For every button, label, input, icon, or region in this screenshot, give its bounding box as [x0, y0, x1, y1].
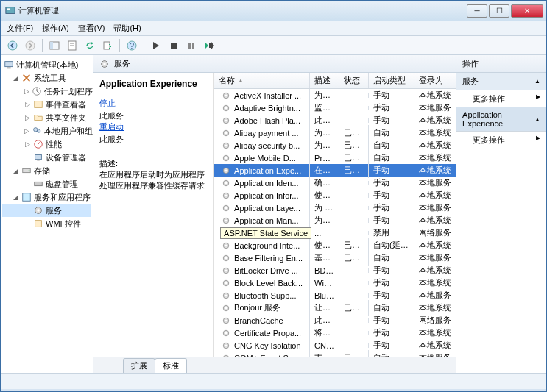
- start-service-button[interactable]: [149, 38, 163, 53]
- restart-service-link-row: 重启动此服务: [99, 121, 208, 145]
- cell-name: Base Filtering En...: [214, 252, 310, 265]
- actions-section-selected[interactable]: Application Experience▲: [456, 107, 546, 132]
- svg-point-69: [225, 307, 227, 309]
- gear-icon: [222, 154, 230, 163]
- help-button[interactable]: ?: [124, 38, 139, 53]
- gear-icon: [222, 179, 230, 188]
- tree-local-users[interactable]: ▷本地用户和组: [2, 124, 91, 138]
- expand-icon[interactable]: ▷: [24, 115, 31, 121]
- cell-name: Application Infor...: [214, 189, 310, 202]
- svg-point-51: [225, 194, 227, 196]
- tree-shared-folders[interactable]: ▷共享文件夹: [2, 111, 91, 124]
- show-hide-button[interactable]: [47, 38, 62, 53]
- cell-status: [339, 231, 369, 235]
- wmi-icon: [33, 218, 43, 229]
- actions-more-2[interactable]: 更多操作▶: [456, 132, 546, 149]
- tree-disk-management[interactable]: 磁盘管理: [2, 177, 91, 190]
- tab-extended[interactable]: 扩展: [123, 358, 155, 373]
- menu-file[interactable]: 文件(F): [7, 23, 33, 34]
- tree-task-scheduler[interactable]: ▷任务计划程序: [2, 85, 91, 98]
- svg-rect-14: [192, 43, 194, 49]
- svg-point-47: [225, 169, 227, 171]
- pause-service-button[interactable]: [184, 38, 199, 53]
- tab-standard[interactable]: 标准: [155, 358, 187, 373]
- cell-status: 已启动: [339, 300, 369, 316]
- center-pane: 服务 Application Experience 停止此服务 重启动此服务 描…: [93, 55, 456, 373]
- stop-service-button[interactable]: [166, 38, 181, 53]
- svg-point-53: [225, 207, 227, 209]
- cell-status: [339, 293, 369, 298]
- col-logon[interactable]: 登录为: [414, 73, 456, 88]
- cell-status: 已启动: [339, 163, 369, 178]
- col-name[interactable]: 名称▲: [214, 73, 310, 88]
- restart-service-button[interactable]: [202, 38, 216, 53]
- refresh-button[interactable]: [82, 38, 97, 53]
- navigation-tree[interactable]: 计算机管理(本地) ◢系统工具 ▷任务计划程序 ▷事件查看器 ▷共享文件夹 ▷本…: [1, 55, 93, 373]
- storage-icon: [21, 165, 32, 176]
- restart-link[interactable]: 重启动: [99, 121, 208, 132]
- gear-icon: [222, 104, 230, 113]
- export-button[interactable]: [100, 38, 115, 53]
- cell-name: COM+ Event Sys...: [214, 352, 310, 357]
- statusbar: [1, 373, 546, 389]
- properties-button[interactable]: [65, 38, 80, 53]
- svg-point-76: [223, 355, 229, 357]
- tree-event-viewer[interactable]: ▷事件查看器: [2, 98, 91, 111]
- tree-services-apps[interactable]: ◢服务和应用程序: [2, 190, 91, 204]
- gear-icon: [222, 329, 230, 338]
- close-button[interactable]: ✕: [511, 4, 543, 18]
- stop-service-link-row: 停止此服务: [99, 98, 208, 121]
- tree-wmi[interactable]: WMI 控件: [2, 217, 91, 230]
- service-row[interactable]: COM+ Event Sys...支持...已启动自动本地服务: [214, 352, 456, 357]
- actions-section-services[interactable]: 服务▲: [456, 73, 546, 90]
- gear-icon: [222, 266, 230, 275]
- description-label: 描述:: [99, 158, 208, 169]
- window-title: 计算机管理: [4, 5, 467, 16]
- tree-device-manager[interactable]: 设备管理器: [2, 151, 91, 164]
- toolbar: ?: [1, 36, 546, 55]
- tree-root[interactable]: 计算机管理(本地): [2, 58, 91, 71]
- users-icon: [32, 126, 42, 136]
- detail-pane: Application Experience 停止此服务 重启动此服务 描述: …: [93, 73, 214, 357]
- back-button[interactable]: [5, 38, 20, 53]
- maximize-button[interactable]: ☐: [489, 4, 509, 18]
- folder-icon: [33, 113, 43, 123]
- menu-view[interactable]: 查看(V): [78, 23, 105, 34]
- expand-icon[interactable]: ▷: [24, 88, 29, 95]
- cell-name: Alipay payment ...: [214, 126, 310, 140]
- expand-icon[interactable]: ▷: [24, 101, 31, 108]
- cell-name: Background Inte...: [214, 239, 310, 252]
- actions-more-1[interactable]: 更多操作▶: [456, 90, 546, 107]
- services-list[interactable]: 名称▲ 描述 状态 启动类型 登录为 ActiveX Installer ...…: [214, 73, 456, 357]
- gear-icon: [222, 166, 230, 175]
- minimize-button[interactable]: ─: [467, 4, 487, 18]
- tree-storage[interactable]: ◢存储: [2, 164, 91, 177]
- col-status[interactable]: 状态: [339, 73, 369, 88]
- svg-rect-12: [171, 43, 177, 49]
- collapse-icon[interactable]: ◢: [13, 75, 19, 82]
- col-description[interactable]: 描述: [310, 73, 339, 88]
- col-startup[interactable]: 启动类型: [369, 73, 414, 88]
- svg-rect-0: [6, 7, 15, 14]
- actions-header: 操作: [456, 55, 546, 73]
- event-icon: [33, 99, 43, 110]
- svg-point-71: [225, 319, 227, 321]
- tree-services[interactable]: 服务: [2, 204, 91, 217]
- tree-performance[interactable]: ▷性能: [2, 138, 91, 151]
- back-icon: [7, 40, 18, 51]
- gear-icon: [222, 304, 230, 313]
- forward-button[interactable]: [23, 38, 38, 53]
- svg-rect-24: [37, 160, 40, 161]
- collapse-icon[interactable]: ◢: [13, 194, 19, 201]
- cell-name: Application Expe...: [214, 164, 310, 177]
- menu-action[interactable]: 操作(A): [42, 23, 69, 34]
- stop-link[interactable]: 停止: [99, 98, 208, 109]
- menu-help[interactable]: 帮助(H): [113, 23, 141, 34]
- expand-icon[interactable]: ▷: [24, 141, 31, 148]
- collapse-icon[interactable]: ◢: [13, 168, 19, 174]
- tree-system-tools[interactable]: ◢系统工具: [2, 71, 91, 85]
- svg-point-55: [225, 219, 227, 221]
- cell-name: Application Iden...: [214, 177, 310, 190]
- svg-rect-16: [5, 62, 13, 67]
- expand-icon[interactable]: ▷: [24, 128, 29, 135]
